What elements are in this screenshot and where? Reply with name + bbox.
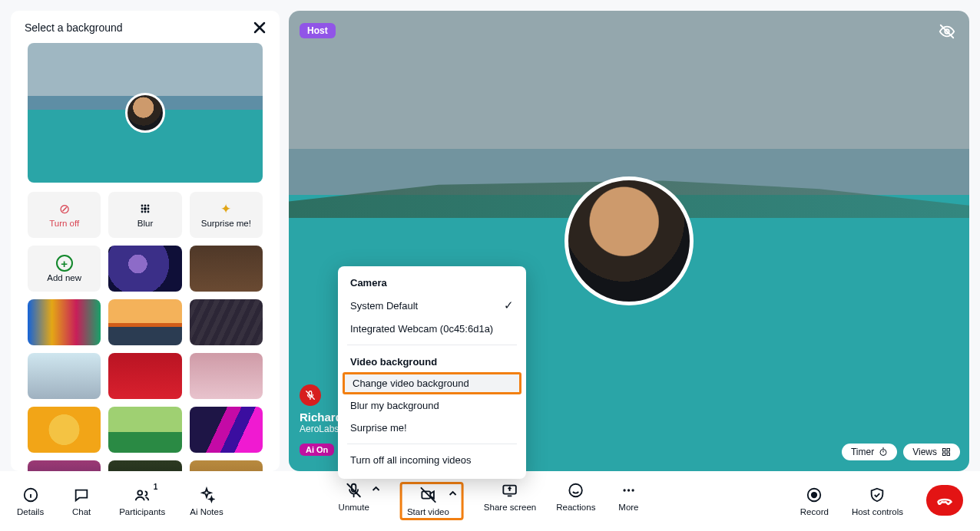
- host-badge: Host: [300, 23, 336, 38]
- start-video-highlight: Start video: [400, 482, 464, 520]
- blur-my-background-option[interactable]: Blur my background: [338, 394, 526, 417]
- blur-background-button[interactable]: Blur: [108, 192, 181, 238]
- svg-point-17: [138, 490, 143, 495]
- svg-point-7: [144, 211, 147, 213]
- add-new-background-button[interactable]: + Add new: [28, 246, 101, 292]
- more-icon: [620, 482, 637, 499]
- preview-avatar: [125, 93, 165, 133]
- background-thumb[interactable]: [190, 407, 263, 453]
- views-button[interactable]: Views: [903, 444, 960, 460]
- background-thumbnail-grid: + Add new: [28, 246, 263, 471]
- unmute-button[interactable]: Unmute: [339, 482, 369, 512]
- background-thumb[interactable]: [190, 299, 263, 345]
- close-icon[interactable]: [253, 21, 266, 34]
- camera-option-integrated-webcam[interactable]: Integrated Webcam (0c45:6d1a): [338, 318, 526, 340]
- chat-button[interactable]: Chat: [68, 486, 94, 516]
- popup-divider: [347, 444, 517, 444]
- turn-off-incoming-videos-option[interactable]: Turn off all incoming videos: [338, 449, 526, 471]
- sparkle-icon: ✦: [220, 203, 231, 216]
- prohibit-icon: ⊘: [59, 203, 70, 216]
- background-thumb[interactable]: [190, 246, 263, 292]
- turn-off-background-button[interactable]: ⊘ Turn off: [28, 192, 101, 238]
- background-thumb[interactable]: [28, 299, 101, 345]
- background-thumb[interactable]: [190, 460, 263, 471]
- check-icon: ✓: [504, 298, 514, 312]
- stopwatch-icon: [879, 447, 888, 457]
- svg-point-22: [623, 489, 625, 491]
- svg-point-26: [812, 492, 816, 496]
- background-preview: [28, 43, 263, 183]
- background-thumb[interactable]: [108, 407, 181, 453]
- popup-divider: [347, 345, 517, 345]
- background-thumb[interactable]: [28, 460, 101, 471]
- hangup-button[interactable]: [926, 485, 963, 516]
- share-screen-icon: [502, 482, 518, 499]
- grid-icon: [942, 447, 951, 457]
- svg-rect-13: [947, 449, 950, 452]
- record-button[interactable]: Record: [800, 486, 829, 516]
- background-thumb[interactable]: [28, 353, 101, 399]
- background-thumb[interactable]: [108, 246, 181, 292]
- svg-rect-12: [943, 449, 946, 452]
- svg-point-3: [141, 208, 144, 210]
- hide-self-view-icon[interactable]: [939, 23, 955, 40]
- video-options-popup: Camera System Default ✓ Integrated Webca…: [338, 266, 526, 479]
- shield-icon: [869, 486, 886, 503]
- people-icon: 1: [133, 486, 151, 503]
- video-options-chevron-icon[interactable]: [449, 490, 457, 497]
- plus-icon: +: [56, 255, 73, 272]
- participant-org: AeroLabs: [300, 424, 343, 434]
- background-thumb[interactable]: [108, 353, 181, 399]
- participants-count: 1: [154, 483, 158, 491]
- participant-avatar: [564, 176, 694, 305]
- participants-button[interactable]: 1 Participants: [119, 486, 165, 516]
- ai-on-badge: Ai On: [300, 444, 334, 456]
- chat-icon: [73, 486, 90, 503]
- blur-icon: [138, 202, 152, 216]
- details-button[interactable]: Details: [17, 486, 44, 516]
- more-button[interactable]: More: [615, 482, 641, 512]
- surprise-me-button[interactable]: ✦ Surprise me!: [190, 192, 263, 238]
- start-video-button[interactable]: Start video: [407, 486, 449, 516]
- panel-scroll-area[interactable]: ⊘ Turn off Blur ✦ Surprise me! + Add: [11, 43, 280, 471]
- participant-info: Richard AeroLabs: [300, 384, 343, 434]
- background-thumb[interactable]: [28, 407, 101, 453]
- svg-point-24: [631, 489, 634, 491]
- meeting-toolbar: Details Chat 1 Participants Ai Notes: [0, 471, 980, 531]
- svg-point-8: [147, 211, 150, 213]
- svg-point-4: [144, 207, 147, 210]
- reactions-button[interactable]: Reactions: [556, 482, 595, 512]
- background-thumb[interactable]: [190, 353, 263, 399]
- svg-rect-15: [947, 453, 950, 456]
- svg-point-23: [627, 489, 630, 491]
- svg-point-6: [141, 211, 144, 213]
- sparkles-icon: [198, 486, 215, 503]
- smile-icon: [568, 482, 584, 499]
- record-icon: [806, 486, 823, 503]
- svg-point-1: [144, 205, 147, 207]
- video-off-icon: [419, 486, 437, 503]
- background-thumb[interactable]: [108, 460, 181, 471]
- svg-point-2: [147, 205, 150, 207]
- mic-muted-icon: [300, 384, 321, 406]
- audio-options-chevron-icon[interactable]: [372, 485, 380, 493]
- mic-off-icon: [346, 482, 363, 499]
- surprise-me-option[interactable]: Surprise me!: [338, 417, 526, 439]
- svg-point-5: [147, 208, 150, 210]
- panel-title: Select a background: [25, 21, 123, 34]
- participant-name: Richard: [300, 411, 343, 424]
- timer-button[interactable]: Timer: [842, 444, 897, 460]
- camera-heading: Camera: [338, 275, 526, 293]
- background-selector-panel: Select a background ⊘ Turn off Blur: [11, 11, 280, 471]
- video-background-heading: Video background: [338, 350, 526, 372]
- host-controls-button[interactable]: Host controls: [852, 486, 903, 516]
- ai-notes-button[interactable]: Ai Notes: [190, 486, 223, 516]
- panel-header: Select a background: [11, 11, 280, 43]
- svg-point-21: [570, 484, 583, 497]
- camera-option-system-default[interactable]: System Default ✓: [338, 293, 526, 318]
- svg-point-0: [141, 205, 144, 207]
- change-video-background-option[interactable]: Change video background: [343, 372, 521, 394]
- share-screen-button[interactable]: Share screen: [484, 482, 536, 512]
- phone-hangup-icon: [935, 491, 954, 510]
- background-thumb[interactable]: [108, 299, 181, 345]
